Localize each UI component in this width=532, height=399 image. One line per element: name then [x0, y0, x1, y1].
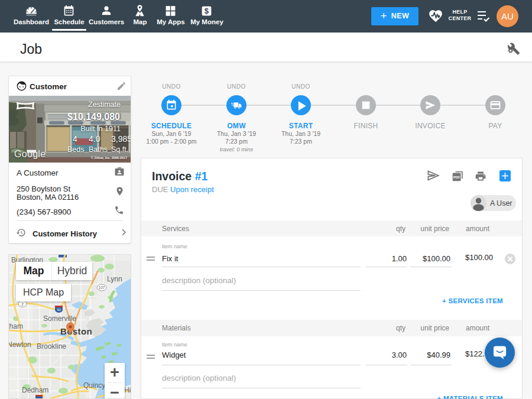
svg-text:Somerville: Somerville: [43, 314, 76, 323]
svg-text:Lynn: Lynn: [107, 275, 122, 283]
svg-text:Boston: Boston: [60, 326, 92, 336]
svg-text:Waltham: Waltham: [9, 322, 23, 330]
svg-text:PDF: PDF: [453, 176, 460, 179]
svg-text:Quincy: Quincy: [83, 381, 105, 390]
svg-text:Newton: Newton: [9, 340, 31, 349]
svg-text:Dedham: Dedham: [22, 386, 48, 394]
svg-text:93: 93: [57, 308, 61, 312]
svg-text:107: 107: [99, 286, 105, 290]
svg-text:$: $: [205, 7, 209, 15]
svg-text:Brookline: Brookline: [37, 342, 66, 351]
svg-text:2: 2: [21, 302, 24, 306]
svg-text:Hingham: Hingham: [124, 386, 131, 394]
